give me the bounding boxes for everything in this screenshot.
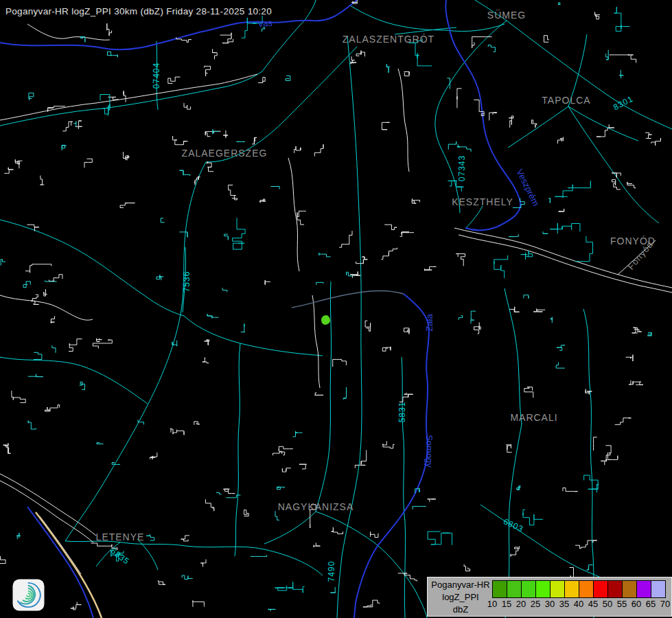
legend-tick: 45 [588,599,598,609]
legend-tick: 65 [646,599,656,609]
legend-product-name: logZ_PPI [429,591,492,604]
radar-map-canvas [0,0,672,618]
legend-unit-label: dbZ [429,604,492,616]
met-service-spiral-logo [12,579,45,611]
legend-tick: 30 [545,599,555,609]
legend-color-swatch [594,581,608,597]
legend-color-swatch [551,581,565,597]
legend-tick: 20 [516,599,526,609]
radar-echo [321,315,330,325]
legend-color-swatch [565,581,579,597]
legend-title-block: Poganyvar-HR logZ_PPI dbZ [429,579,492,616]
legend-tick: 35 [559,599,569,609]
radar-product-title: Poganyvar-HR logZ_PPI 30km (dbZ) Friday … [5,6,272,16]
legend-tick: 50 [603,599,612,609]
legend-color-swatch [522,581,536,597]
legend-tick: 60 [632,599,641,609]
legend-color-swatch [493,581,507,597]
county-border-lines [0,0,520,618]
legend-tick: 15 [502,599,511,609]
legend-tick-row: 10152025303540455055606570 [492,599,667,610]
legend-color-swatch [651,581,665,597]
legend-color-swatch [623,581,637,597]
legend-tick: 25 [531,599,540,609]
road-network [0,0,672,618]
legend-color-strip [492,580,666,598]
legend-color-swatch [637,581,651,597]
legend-tick: 70 [660,599,670,609]
legend-color-swatch [536,581,551,597]
legend-color-swatch [579,581,594,597]
legend-tick: 55 [617,599,627,609]
legend-radar-name: Poganyvar-HR [429,579,492,591]
legend-tick: 40 [574,599,583,609]
legend-color-swatch [608,581,623,597]
spiral-logo-icon [12,579,45,611]
legend-color-swatch [507,581,522,597]
dbz-legend: Poganyvar-HR logZ_PPI dbZ 10152025303540… [427,577,672,617]
legend-tick: 10 [487,599,497,609]
secondary-boundary-line [292,291,404,308]
